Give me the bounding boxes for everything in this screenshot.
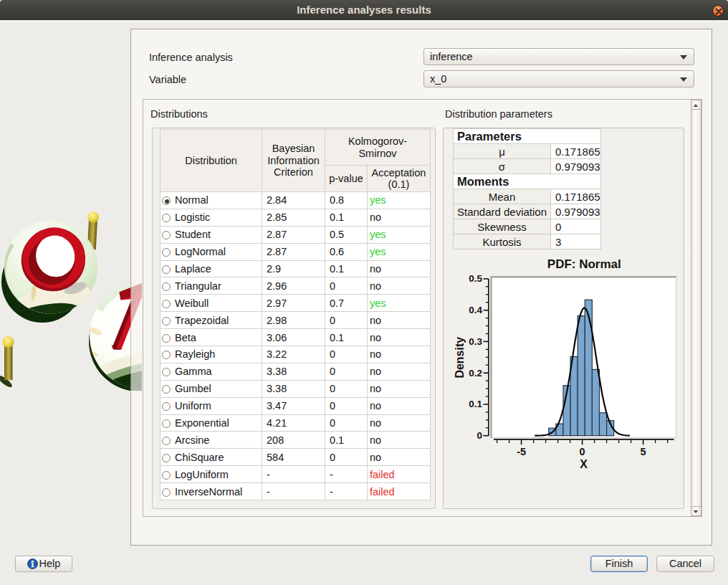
svg-text:5: 5	[641, 446, 646, 457]
svg-text:PDF: Normal: PDF: Normal	[547, 257, 621, 271]
svg-text:0.1: 0.1	[469, 399, 482, 409]
svg-text:0.4: 0.4	[469, 305, 482, 315]
svg-text:-5: -5	[517, 446, 526, 457]
svg-text:0: 0	[476, 430, 482, 441]
svg-text:0.2: 0.2	[469, 368, 482, 379]
svg-text:X: X	[580, 458, 588, 470]
svg-text:Density: Density	[454, 337, 466, 379]
svg-text:0.5: 0.5	[469, 273, 482, 284]
svg-text:0.3: 0.3	[469, 336, 482, 347]
svg-text:0: 0	[580, 446, 585, 457]
